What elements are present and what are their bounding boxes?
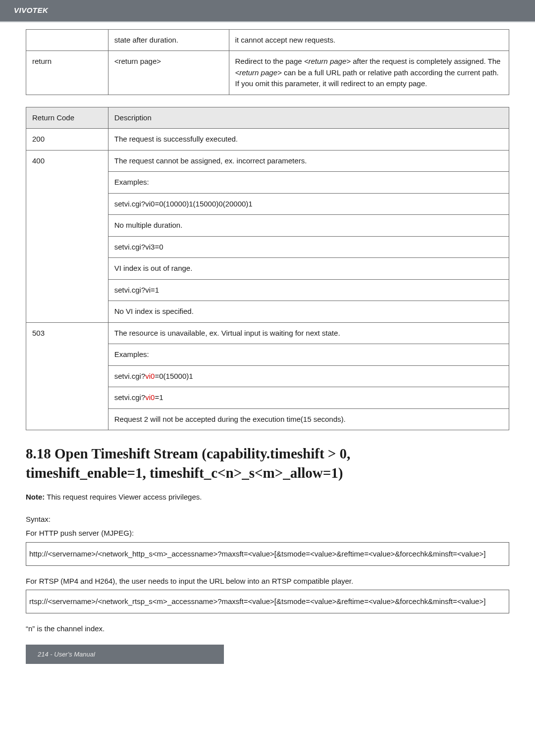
params-table: state after duration. it cannot accept n…	[26, 29, 509, 95]
section-heading: 8.18 Open Timeshift Stream (capability.t…	[26, 444, 509, 483]
cell-code: 503	[26, 322, 108, 430]
http-url-box: http://<servername>/<network_http_s<m>_a…	[26, 542, 509, 566]
cell-desc: setvi.cgi?vi0=1	[108, 387, 509, 409]
table-header-row: Return Code Description	[26, 107, 509, 129]
cell: state after duration.	[108, 29, 229, 51]
italic-text: <return page>	[235, 68, 282, 77]
cell-desc: Request 2 will not be accepted during th…	[108, 408, 509, 430]
rtsp-label: For RTSP (MP4 and H264), the user needs …	[26, 576, 509, 587]
page-content: state after duration. it cannot accept n…	[0, 22, 535, 635]
channel-note: “n” is the channel index.	[26, 623, 509, 635]
note-paragraph: Note: This request requires Viewer acces…	[26, 492, 509, 503]
cell-desc: The request is successfully executed.	[108, 129, 509, 151]
table-row: 503 The resource is unavailable, ex. Vir…	[26, 322, 509, 344]
table-row: state after duration. it cannot accept n…	[26, 29, 509, 51]
red-text: vi0	[145, 393, 155, 402]
table-row: 200 The request is successfully executed…	[26, 129, 509, 151]
col-header-desc: Description	[108, 107, 509, 129]
table-row: return <return page> Redirect to the pag…	[26, 51, 509, 95]
cell-code: 400	[26, 150, 108, 322]
text: =0(15000)1	[155, 372, 193, 380]
cell-code: 200	[26, 129, 108, 151]
return-code-table: Return Code Description 200 The request …	[26, 107, 509, 431]
cell-desc: setvi.cgi?vi=1	[108, 279, 509, 301]
brand-header: VIVOTEK	[0, 0, 535, 22]
cell-desc: No VI index is specified.	[108, 301, 509, 323]
heading-line1: 8.18 Open Timeshift Stream (capability.t…	[26, 446, 350, 461]
cell-desc: The request cannot be assigned, ex. inco…	[108, 150, 509, 172]
cell-desc: The resource is unavailable, ex. Virtual…	[108, 322, 509, 344]
text: setvi.cgi?	[114, 372, 146, 380]
cell-desc: VI index is out of range.	[108, 258, 509, 280]
text: setvi.cgi?	[114, 393, 146, 402]
cell: Redirect to the page <return page> after…	[229, 51, 509, 95]
note-label: Note:	[26, 493, 45, 501]
table-row: 400 The request cannot be assigned, ex. …	[26, 150, 509, 172]
red-text: vi0	[145, 372, 155, 380]
rtsp-url-box: rtsp://<servername>/<network_rtsp_s<m>_a…	[26, 590, 509, 613]
cell: it cannot accept new requests.	[229, 29, 509, 51]
cell-desc: Examples:	[108, 172, 509, 194]
page-footer: 214 - User's Manual	[26, 645, 224, 664]
cell	[26, 29, 108, 51]
cell-desc: setvi.cgi?vi0=0(10000)1(15000)0(20000)1	[108, 193, 509, 215]
note-text: This request requires Viewer access priv…	[45, 493, 202, 501]
heading-line2: timeshift_enable=1, timeshift_c<n>_s<m>_…	[26, 465, 343, 481]
syntax-label: Syntax:	[26, 514, 509, 525]
http-label: For HTTP push server (MJPEG):	[26, 528, 509, 539]
cell-desc: No multiple duration.	[108, 215, 509, 237]
text: Redirect to the page	[235, 57, 304, 65]
text: =1	[155, 393, 163, 402]
col-header-code: Return Code	[26, 107, 108, 129]
italic-text: <return page>	[304, 57, 351, 65]
cell: return	[26, 51, 108, 95]
cell: <return page>	[108, 51, 229, 95]
cell-desc: setvi.cgi?vi3=0	[108, 236, 509, 258]
text: after the request is completely assigned…	[351, 57, 500, 65]
cell-desc: Examples:	[108, 344, 509, 366]
cell-desc: setvi.cgi?vi0=0(15000)1	[108, 365, 509, 387]
